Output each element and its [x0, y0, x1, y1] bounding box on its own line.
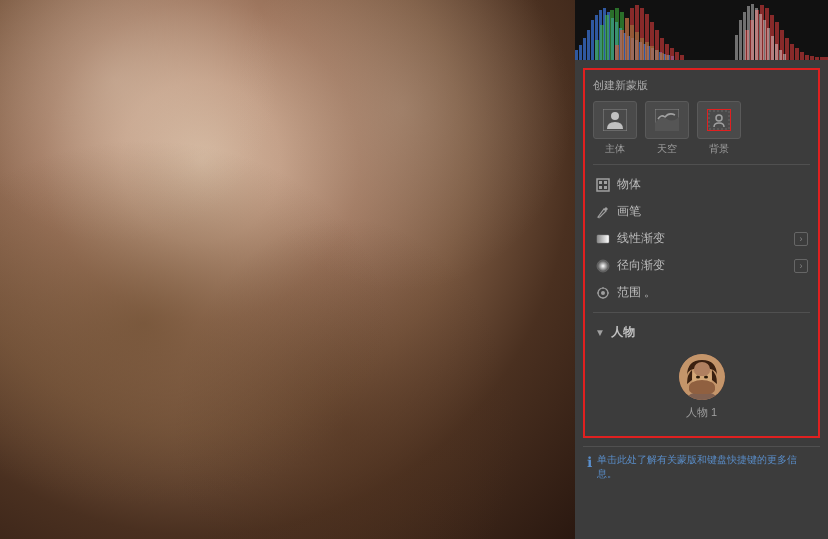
- background-label: 背景: [709, 142, 729, 156]
- svg-rect-83: [779, 50, 782, 60]
- menu-item-range[interactable]: 范围 。: [593, 279, 810, 306]
- svg-rect-82: [775, 44, 778, 60]
- subject-label: 主体: [605, 142, 625, 156]
- svg-rect-91: [597, 179, 609, 191]
- person-section-title: 人物: [611, 324, 635, 341]
- svg-rect-95: [604, 186, 607, 189]
- svg-point-98: [597, 260, 609, 272]
- svg-rect-45: [635, 5, 639, 60]
- svg-point-85: [611, 112, 619, 120]
- sky-button[interactable]: 天空: [645, 101, 689, 156]
- background-icon: [697, 101, 741, 139]
- info-text: 单击此处了解有关蒙版和键盘快捷键的更多信息。: [597, 453, 816, 481]
- divider-2: [593, 312, 810, 313]
- svg-rect-103: [698, 387, 706, 393]
- svg-rect-44: [630, 8, 634, 60]
- svg-rect-49: [655, 30, 659, 60]
- svg-rect-66: [800, 52, 804, 60]
- sky-label: 天空: [657, 142, 677, 156]
- svg-rect-53: [675, 52, 679, 60]
- svg-rect-54: [680, 55, 684, 60]
- svg-rect-3: [583, 38, 586, 60]
- svg-rect-80: [767, 28, 770, 60]
- svg-rect-72: [735, 35, 738, 60]
- divider-1: [593, 164, 810, 165]
- svg-rect-26: [595, 40, 599, 60]
- panel-content: 创建新蒙版 主体: [575, 60, 828, 539]
- histogram: [575, 0, 828, 60]
- info-icon: ℹ: [587, 454, 592, 470]
- svg-rect-84: [783, 54, 786, 60]
- svg-rect-28: [605, 15, 609, 60]
- svg-rect-1: [575, 50, 578, 60]
- svg-rect-27: [600, 25, 604, 60]
- subject-button[interactable]: 主体: [593, 101, 637, 156]
- photo-image: [0, 0, 575, 539]
- svg-rect-76: [751, 4, 754, 60]
- radial-gradient-arrow: ›: [794, 259, 808, 273]
- chevron-icon: ▼: [595, 327, 605, 338]
- svg-rect-70: [820, 57, 824, 60]
- svg-rect-4: [587, 30, 590, 60]
- svg-rect-42: [620, 30, 624, 60]
- svg-rect-51: [665, 44, 669, 60]
- svg-rect-79: [763, 20, 766, 60]
- svg-rect-46: [640, 8, 644, 60]
- sky-icon: [645, 101, 689, 139]
- svg-rect-75: [747, 6, 750, 60]
- icon-grid: 主体 天空: [593, 101, 810, 156]
- svg-point-90: [716, 115, 722, 121]
- menu-item-brush[interactable]: 画笔: [593, 198, 810, 225]
- svg-rect-73: [739, 20, 742, 60]
- svg-rect-43: [625, 18, 629, 60]
- linear-gradient-label: 线性渐变: [617, 230, 665, 247]
- menu-item-linear-gradient[interactable]: 线性渐变 ›: [593, 225, 810, 252]
- create-mask-section: 创建新蒙版 主体: [583, 68, 820, 438]
- bottom-info: ℹ 单击此处了解有关蒙版和键盘快捷键的更多信息。: [583, 446, 820, 487]
- person-section-header[interactable]: ▼ 人物: [593, 319, 810, 346]
- svg-rect-2: [579, 45, 582, 60]
- svg-rect-29: [610, 10, 614, 60]
- svg-point-102: [692, 366, 712, 390]
- svg-rect-89: [709, 111, 729, 129]
- subject-icon: [593, 101, 637, 139]
- right-panel: 创建新蒙版 主体: [575, 0, 828, 539]
- object-label: 物体: [617, 176, 641, 193]
- svg-point-105: [704, 376, 708, 379]
- svg-rect-77: [755, 8, 758, 60]
- svg-rect-96: [597, 235, 609, 243]
- background-button[interactable]: 背景: [697, 101, 741, 156]
- section-title: 创建新蒙版: [593, 78, 810, 93]
- svg-rect-41: [615, 45, 619, 60]
- range-icon: [595, 285, 611, 301]
- linear-gradient-icon: [595, 231, 611, 247]
- svg-rect-81: [771, 36, 774, 60]
- svg-rect-65: [795, 48, 799, 60]
- photo-area: [0, 0, 575, 539]
- menu-item-object[interactable]: 物体: [593, 171, 810, 198]
- svg-rect-78: [759, 14, 762, 60]
- svg-rect-93: [604, 181, 607, 184]
- range-label: 范围 。: [617, 284, 656, 301]
- radial-gradient-icon: [595, 258, 611, 274]
- svg-rect-71: [824, 57, 828, 60]
- svg-rect-67: [805, 55, 809, 60]
- svg-point-104: [696, 376, 700, 379]
- person-avatar: [679, 354, 725, 400]
- person-item-1[interactable]: 人物 1: [593, 346, 810, 428]
- person-name: 人物 1: [686, 405, 717, 420]
- linear-gradient-arrow: ›: [794, 232, 808, 246]
- svg-rect-94: [599, 186, 602, 189]
- svg-rect-88: [707, 109, 731, 131]
- svg-rect-52: [670, 48, 674, 60]
- brush-label: 画笔: [617, 203, 641, 220]
- svg-rect-92: [599, 181, 602, 184]
- svg-rect-50: [660, 38, 664, 60]
- svg-rect-5: [591, 20, 594, 60]
- svg-rect-74: [743, 12, 746, 60]
- svg-point-100: [601, 291, 605, 295]
- menu-item-radial-gradient[interactable]: 径向渐变 ›: [593, 252, 810, 279]
- svg-rect-47: [645, 14, 649, 60]
- object-icon: [595, 177, 611, 193]
- brush-icon: [595, 204, 611, 220]
